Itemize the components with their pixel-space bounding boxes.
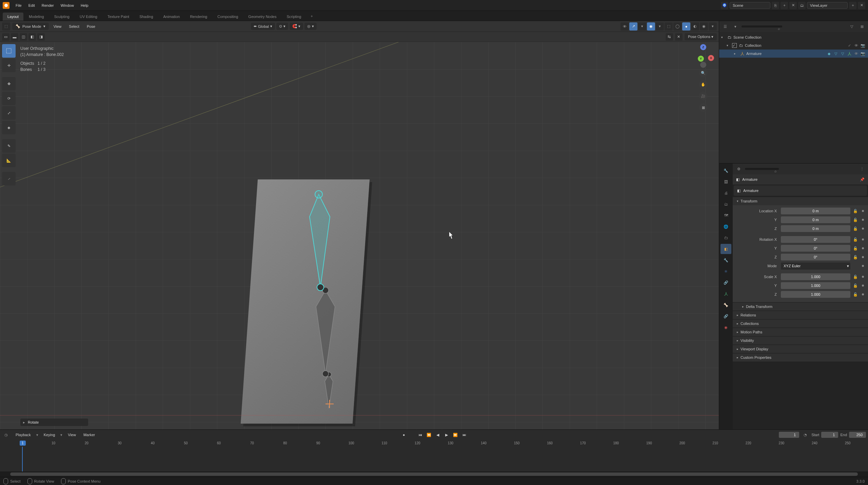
prop-tab-material-icon[interactable]: ◉: [721, 322, 731, 332]
scene-browse-icon[interactable]: 🧿: [721, 2, 728, 9]
panel-relations[interactable]: Relations: [733, 311, 868, 319]
exclude-icon[interactable]: ✓: [846, 42, 852, 48]
tab-scripting[interactable]: Scripting: [282, 13, 306, 21]
sel-mode-4-icon[interactable]: ◧: [28, 33, 36, 41]
scene-name-field[interactable]: Scene: [730, 2, 770, 9]
anim-dot-icon[interactable]: [862, 219, 864, 221]
proportional-toggle[interactable]: ◎▾: [304, 23, 317, 30]
tab-rendering[interactable]: Rendering: [185, 13, 212, 21]
subheader-close-icon[interactable]: ✕: [675, 33, 683, 41]
mod3-icon[interactable]: ▽: [840, 51, 846, 57]
anim-dot-icon[interactable]: [862, 256, 864, 258]
tab-compositing[interactable]: Compositing: [213, 13, 243, 21]
prop-tab-collection-icon[interactable]: 🗀: [721, 233, 731, 243]
datablock-breadcrumb[interactable]: ◧ Armature 📌: [733, 174, 868, 185]
timeline-ruler[interactable]: 1 10203040506070809010011012013014015016…: [0, 440, 868, 471]
play-icon[interactable]: ▶: [442, 431, 451, 439]
tree-collection[interactable]: ▾ ✓ 🗀 Collection ✓ 👁 📷: [719, 41, 868, 50]
tool-select-box[interactable]: [2, 44, 16, 58]
camera-icon[interactable]: 📷: [860, 51, 866, 57]
overlay-options[interactable]: ▾: [656, 22, 664, 31]
tab-sculpting[interactable]: Sculpting: [50, 13, 74, 21]
bone-selected[interactable]: [303, 190, 337, 291]
panel-viewport-display[interactable]: Viewport Display: [733, 345, 868, 353]
play-reverse-icon[interactable]: ◀: [434, 431, 442, 439]
axis-y[interactable]: Y: [698, 56, 704, 62]
pin-icon[interactable]: 📌: [860, 177, 865, 182]
lock-icon[interactable]: 🔓: [852, 207, 859, 215]
anim-dot-icon[interactable]: [862, 285, 864, 287]
prop-tab-data-icon[interactable]: 人: [721, 289, 731, 299]
perspective-icon[interactable]: ⊞: [699, 103, 708, 112]
bone-middle[interactable]: [309, 286, 342, 378]
prop-tab-output-icon[interactable]: 🖨: [721, 188, 731, 198]
lock-icon[interactable]: 🔓: [852, 216, 859, 224]
panel-motionpaths[interactable]: Motion Paths: [733, 328, 868, 336]
viewlayer-delete-icon[interactable]: ✕: [858, 2, 865, 9]
axis-z[interactable]: Z: [700, 44, 706, 50]
prop-tab-boneconstraint-icon[interactable]: 🔗: [721, 311, 731, 321]
outliner-display-dropdown[interactable]: ▾: [731, 22, 739, 31]
camera-icon[interactable]: 🎥: [699, 92, 708, 100]
jump-start-icon[interactable]: ⏮: [416, 431, 424, 439]
menu-window[interactable]: Window: [57, 2, 77, 9]
tree-scene-collection[interactable]: ▾ 🗀 Scene Collection: [719, 33, 868, 41]
menu-edit[interactable]: Edit: [25, 2, 38, 9]
disclosure-icon[interactable]: ▸: [734, 52, 738, 55]
scene-new-icon[interactable]: ＋: [781, 2, 788, 9]
tool-rotate[interactable]: ⟳: [2, 92, 16, 105]
lock-icon[interactable]: 🔓: [852, 245, 859, 252]
pivot-dropdown[interactable]: ⊙▾: [276, 23, 288, 30]
add-workspace-button[interactable]: ＋: [307, 12, 317, 21]
playhead[interactable]: 1: [20, 441, 26, 446]
prop-tab-tool-icon[interactable]: 🔧: [721, 166, 731, 176]
rot-mode-dropdown[interactable]: XYZ Euler ▾: [781, 263, 850, 270]
editor-type-icon[interactable]: ⬚: [2, 22, 10, 31]
eye-icon[interactable]: 👁: [853, 51, 859, 57]
tab-uv[interactable]: UV Editing: [75, 13, 102, 21]
data-icon[interactable]: 人: [846, 51, 852, 57]
autokey-toggle[interactable]: ●: [400, 431, 408, 439]
prop-tab-constraints-icon[interactable]: 🔗: [721, 277, 731, 288]
shading-material-icon[interactable]: ◐: [691, 22, 699, 31]
tab-geonodes[interactable]: Geometry Nodes: [243, 13, 281, 21]
prop-tab-render-icon[interactable]: 🖼: [721, 177, 731, 187]
menu-help[interactable]: Help: [77, 2, 92, 9]
tab-texture[interactable]: Texture Paint: [103, 13, 134, 21]
keyframe-prev-icon[interactable]: ⏪: [425, 431, 433, 439]
scene-delete-icon[interactable]: ✕: [789, 2, 797, 9]
shading-options[interactable]: ▾: [709, 22, 717, 31]
scale-z-field[interactable]: 1.000: [781, 291, 850, 298]
prop-tab-object-icon[interactable]: ◧: [721, 244, 731, 254]
loc-z-field[interactable]: 0 m: [781, 225, 850, 232]
menu-file[interactable]: File: [12, 2, 25, 9]
mod2-icon[interactable]: ▽: [833, 51, 839, 57]
panel-collections[interactable]: Collections: [733, 319, 868, 328]
panel-custom-props[interactable]: Custom Properties: [733, 353, 868, 362]
viewport-3d[interactable]: ✛ ✥ ⟳ ⤢ ◈ ✎ 📐 ⟋ User Orthographic (1) Ar…: [0, 42, 719, 429]
anim-dot-icon[interactable]: [862, 247, 864, 249]
vp-menu-select[interactable]: Select: [66, 23, 82, 30]
tool-scale[interactable]: ⤢: [2, 106, 16, 120]
viewlayer-browse-icon[interactable]: 🗂: [798, 2, 806, 9]
tab-shading[interactable]: Shading: [135, 13, 158, 21]
checkbox-icon[interactable]: ✓: [732, 43, 737, 48]
scale-y-field[interactable]: 1.000: [781, 282, 850, 289]
lock-icon[interactable]: 🔓: [852, 253, 859, 261]
mod1-icon[interactable]: ◆: [826, 51, 832, 57]
tool-cursor[interactable]: ✛: [2, 59, 16, 72]
properties-options-icon[interactable]: ⋮: [858, 165, 866, 173]
prop-tab-physics-icon[interactable]: ⚛: [721, 266, 731, 276]
axis-x[interactable]: X: [708, 55, 714, 61]
panel-delta[interactable]: Delta Transform: [733, 303, 868, 311]
shading-wire-icon[interactable]: ◯: [673, 22, 682, 31]
tl-menu-marker[interactable]: Marker: [81, 431, 97, 438]
disclosure-icon[interactable]: ▾: [721, 36, 725, 39]
tool-measure[interactable]: 📐: [2, 154, 16, 167]
sel-mode-3-icon[interactable]: ◫: [20, 33, 27, 41]
outliner-filter-icon[interactable]: ▽: [848, 22, 856, 31]
camera-icon[interactable]: 📷: [860, 42, 866, 48]
prop-tab-modifiers-icon[interactable]: 🔧: [721, 255, 731, 265]
anim-dot-icon[interactable]: [862, 238, 864, 240]
prop-tab-scene-icon[interactable]: 🗺: [721, 210, 731, 220]
